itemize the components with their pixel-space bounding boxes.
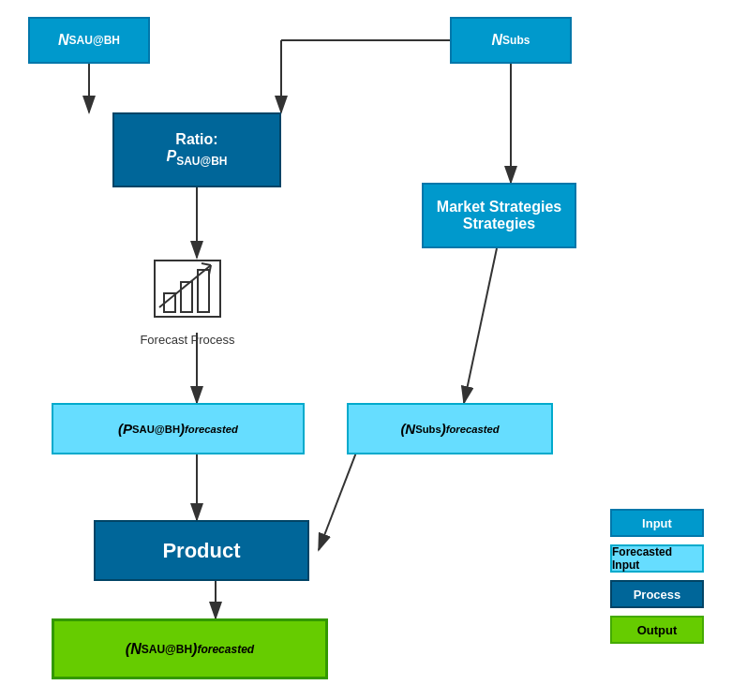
product-box: Product [94,520,309,581]
legend-forecasted-box: Forecasted Input [610,544,704,573]
legend-input-label: Input [642,516,672,530]
market-strategies-box: Market Strategies Strategies [422,183,576,248]
n-sau-bh-box: NSAU@BH [28,17,150,64]
ratio-box: Ratio: PSAU@BH [112,112,281,187]
n-subs-forecasted-box: (NSubs)forecasted [347,403,553,454]
svg-rect-14 [198,270,209,312]
svg-line-6 [464,248,497,403]
legend-forecasted-label: Forecasted Input [612,545,702,572]
forecast-icon [145,253,230,328]
svg-line-15 [159,265,211,307]
p-forecasted-box: (PSAU@BH)forecasted [52,403,305,454]
market-strategies-label: Market Strategies [437,199,561,216]
legend-output-box: Output [610,616,704,644]
svg-rect-13 [181,282,192,312]
legend-input: Input [610,509,704,537]
legend-input-box: Input [610,509,704,537]
legend-output: Output [610,616,704,644]
legend-output-label: Output [637,623,678,637]
legend: Input Forecasted Input Process Output [610,509,704,644]
diagram-container: NSAU@BH NSubs Ratio: PSAU@BH Market Stra… [0,0,732,700]
forecast-process-label: Forecast Process [108,333,267,347]
n-subs-box: NSubs [450,17,572,64]
legend-forecasted-input: Forecasted Input [610,544,704,573]
legend-process: Process [610,580,704,608]
legend-process-box: Process [610,580,704,608]
legend-process-label: Process [634,588,681,602]
svg-line-16 [202,263,211,265]
n-sau-bh-forecasted-box: (NSAU@BH)forecasted [52,618,328,679]
